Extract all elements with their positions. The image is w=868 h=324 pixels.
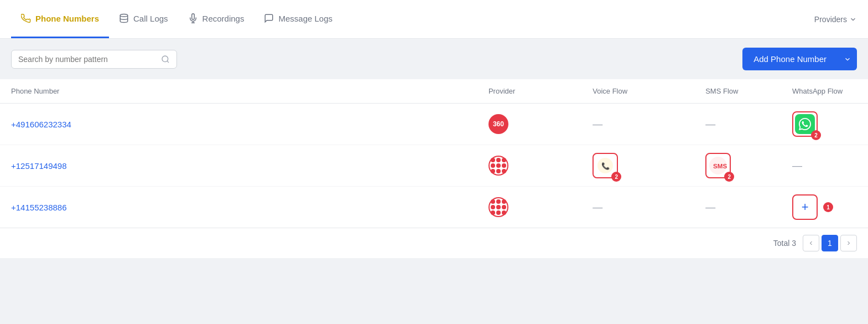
tab-phone-numbers[interactable]: Phone Numbers xyxy=(11,0,109,38)
data-table: Phone Number Provider Voice Flow SMS Flo… xyxy=(0,79,868,228)
provider-cell: 360 xyxy=(477,104,581,145)
table-header-row: Phone Number Provider Voice Flow SMS Flo… xyxy=(0,79,868,104)
whatsapp-add-badge: 1 xyxy=(823,202,833,212)
sms-flow-cell: — xyxy=(694,104,781,145)
phone-number-link[interactable]: +14155238886 xyxy=(11,203,67,212)
col-header-whatsapp: WhatsApp Flow xyxy=(781,79,868,104)
voice-flow-cell: — xyxy=(581,187,694,228)
voice-flow-box[interactable]: 📞 2 xyxy=(592,153,618,178)
search-input[interactable] xyxy=(18,55,157,64)
whatsapp-flow-box[interactable]: 2 xyxy=(792,111,818,137)
sms-flow-dash: — xyxy=(705,119,770,130)
whatsapp-icon xyxy=(795,114,815,134)
search-icon xyxy=(161,55,170,64)
top-nav: Phone Numbers Call Logs Recordings Messa… xyxy=(0,0,868,39)
sms-flow-cell: SMS 2 xyxy=(694,145,781,187)
next-page-button[interactable] xyxy=(840,235,857,251)
chevron-right-icon xyxy=(845,240,852,246)
add-phone-number-dropdown-arrow[interactable] xyxy=(838,49,857,70)
tab-message-logs[interactable]: Message Logs xyxy=(254,0,342,38)
table-row: +491606232334360—— 2 xyxy=(0,104,868,145)
voice-flow-cell: — xyxy=(581,104,694,145)
providers-button[interactable]: Providers xyxy=(814,15,857,24)
phone-number-cell: +12517149498 xyxy=(0,145,477,187)
sms-flow-icon: SMS xyxy=(709,157,727,174)
voice-flow-badge: 2 xyxy=(611,172,621,182)
voice-flow-dash: — xyxy=(592,119,683,130)
mic-icon xyxy=(188,13,198,23)
sms-flow-box[interactable]: SMS 2 xyxy=(705,153,731,178)
sms-flow-dash: — xyxy=(705,202,770,213)
prev-page-button[interactable] xyxy=(803,235,819,251)
svg-text:📞: 📞 xyxy=(601,162,610,171)
tab-recordings-label: Recordings xyxy=(202,14,245,23)
tab-call-logs[interactable]: Call Logs xyxy=(109,0,178,38)
whatsapp-flow-container: 2 xyxy=(792,111,857,137)
phone-number-cell: +491606232334 xyxy=(0,104,477,145)
whatsapp-logo xyxy=(799,118,811,130)
grid-dots xyxy=(491,158,506,173)
search-box[interactable] xyxy=(11,50,177,69)
total-count: Total 3 xyxy=(773,239,796,248)
pagination: 1 xyxy=(803,235,857,251)
phone-number-link[interactable]: +491606232334 xyxy=(11,120,71,129)
tab-call-logs-label: Call Logs xyxy=(133,14,168,23)
provider-360-icon: 360 xyxy=(488,114,508,134)
phone-number-cell: +14155238886 xyxy=(0,187,477,228)
chevron-left-icon xyxy=(808,240,814,246)
whatsapp-flow-badge: 2 xyxy=(811,130,821,140)
voice-flow-container: 📞 2 xyxy=(592,153,683,178)
sms-flow-container: SMS 2 xyxy=(705,153,770,178)
svg-text:SMS: SMS xyxy=(713,163,727,169)
msg-icon xyxy=(264,13,274,23)
chevron-down-icon xyxy=(844,55,851,63)
add-phone-number-label: Add Phone Number xyxy=(742,48,838,70)
table-footer: Total 3 1 xyxy=(0,228,868,258)
table-row: +12517149498 📞 2 xyxy=(0,145,868,187)
col-header-phone: Phone Number xyxy=(0,79,477,104)
svg-point-3 xyxy=(162,56,168,62)
provider-grid-icon xyxy=(488,156,508,176)
col-header-provider: Provider xyxy=(477,79,581,104)
tab-message-logs-label: Message Logs xyxy=(278,14,332,23)
whatsapp-flow-cell: + 1 xyxy=(781,187,868,228)
svg-point-0 xyxy=(120,14,128,17)
phone-number-link[interactable]: +12517149498 xyxy=(11,161,67,171)
col-header-voice: Voice Flow xyxy=(581,79,694,104)
phone-flow-icon: 📞 xyxy=(597,158,613,173)
tab-recordings[interactable]: Recordings xyxy=(178,0,254,38)
grid-dots xyxy=(491,199,506,215)
providers-label: Providers xyxy=(814,15,847,24)
phone-icon xyxy=(21,13,31,23)
sms-flow-badge: 2 xyxy=(724,172,734,182)
sms-flow-cell: — xyxy=(694,187,781,228)
svg-line-4 xyxy=(167,61,169,63)
tab-phone-numbers-label: Phone Numbers xyxy=(35,14,99,23)
col-header-sms: SMS Flow xyxy=(694,79,781,104)
page-1-button[interactable]: 1 xyxy=(822,235,838,251)
phone-numbers-table: Phone Number Provider Voice Flow SMS Flo… xyxy=(0,79,868,228)
voice-flow-dash: — xyxy=(592,202,683,213)
provider-cell xyxy=(477,187,581,228)
provider-grid-icon xyxy=(488,197,508,217)
toolbar: Add Phone Number xyxy=(0,39,868,79)
provider-cell xyxy=(477,145,581,187)
whatsapp-add-container: + 1 xyxy=(792,194,857,220)
chevron-down-icon xyxy=(849,16,857,23)
whatsapp-flow-dash: — xyxy=(792,160,857,172)
whatsapp-flow-cell: 2 xyxy=(781,104,868,145)
add-phone-number-button[interactable]: Add Phone Number xyxy=(742,48,857,70)
voice-flow-cell: 📞 2 xyxy=(581,145,694,187)
whatsapp-flow-cell: — xyxy=(781,145,868,187)
table-row: +14155238886 —— + 1 xyxy=(0,187,868,228)
db-icon xyxy=(119,13,129,23)
whatsapp-add-box[interactable]: + xyxy=(792,194,818,220)
